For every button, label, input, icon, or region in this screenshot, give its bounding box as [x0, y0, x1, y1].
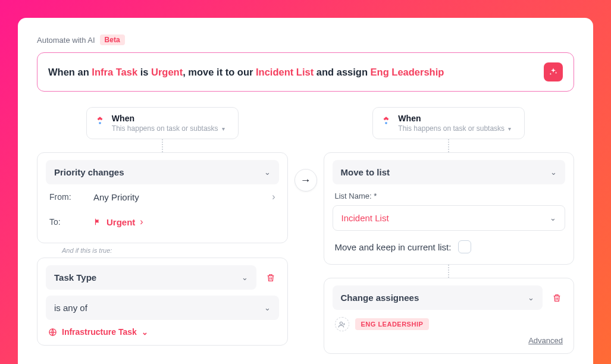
list-select[interactable]: Incident List ⌄ — [333, 205, 566, 231]
arrow-right-icon: → — [294, 169, 317, 192]
condition-operator-select[interactable]: is any of ⌄ — [46, 296, 279, 320]
condition-block: Task Type ⌄ is any of ⌄ Infrastr — [37, 258, 288, 346]
from-label: From: — [49, 192, 83, 202]
assignee-action-label: Change assignees — [341, 293, 419, 303]
condition-value-select[interactable]: Infrastructure Task ⌄ — [46, 320, 279, 337]
header-row: Automate with AI Beta — [37, 34, 574, 45]
move-to-list-block: Move to list ⌄ List Name: * Incident Lis… — [324, 152, 575, 265]
prompt-seg: , move it to our — [183, 67, 256, 77]
event-label: Priority changes — [54, 167, 124, 177]
condition-intro: And if this is true: — [37, 243, 288, 258]
svg-point-1 — [340, 322, 342, 324]
person-add-icon[interactable] — [335, 317, 349, 331]
trash-icon — [266, 273, 275, 283]
ai-prompt-input[interactable]: When an Infra Task is Urgent, move it to… — [37, 52, 574, 92]
keep-checkbox[interactable] — [458, 240, 471, 253]
when-subtitle: This happens on task or subtasks — [112, 124, 218, 133]
prompt-highlight: Urgent — [151, 67, 183, 77]
connector-line — [162, 139, 163, 152]
clickup-icon — [380, 115, 392, 127]
keep-label: Move and keep in current list: — [335, 242, 452, 252]
chevron-down-icon: ▾ — [222, 125, 225, 132]
chevron-down-icon: ⌄ — [528, 293, 534, 302]
to-value: Urgent › — [93, 216, 275, 227]
when-subtitle-row[interactable]: This happens on task or subtasks ▾ — [112, 124, 225, 133]
chevron-down-icon: ⌄ — [264, 303, 271, 312]
prompt-seg: and assign — [314, 67, 370, 77]
to-priority-row[interactable]: To: Urgent › — [46, 209, 279, 234]
assignee-pill[interactable]: ENG LEADERSHIP — [355, 318, 430, 330]
generate-button[interactable] — [544, 62, 563, 81]
chevron-right-icon: › — [140, 216, 143, 227]
flag-icon — [93, 218, 102, 226]
chevron-down-icon: ⌄ — [142, 328, 148, 337]
builder-columns: When This happens on task or subtasks ▾ … — [37, 107, 574, 354]
assignee-action-select[interactable]: Change assignees ⌄ — [333, 285, 543, 310]
prompt-seg: When an — [48, 67, 92, 77]
action-type-label: Move to list — [341, 167, 390, 177]
automation-builder-panel: Automate with AI Beta When an Infra Task… — [18, 18, 593, 364]
keep-in-list-row: Move and keep in current list: — [333, 231, 566, 256]
delete-condition-button[interactable] — [262, 269, 279, 286]
event-select[interactable]: Priority changes ⌄ — [46, 160, 279, 184]
clickup-icon — [94, 115, 106, 127]
trigger-when-card[interactable]: When This happens on task or subtasks ▾ — [86, 107, 239, 139]
chevron-right-icon: › — [272, 192, 275, 202]
connector-line — [448, 139, 449, 152]
list-name-label: List Name: * — [333, 184, 566, 205]
prompt-highlight: Incident List — [256, 67, 314, 77]
to-label: To: — [49, 217, 83, 227]
trigger-event-block: Priority changes ⌄ From: Any Priority › … — [37, 152, 288, 243]
trash-icon — [552, 293, 562, 303]
action-type-select[interactable]: Move to list ⌄ — [333, 160, 566, 184]
condition-value-text: Infrastructure Task — [62, 327, 137, 337]
prompt-text: When an Infra Task is Urgent, move it to… — [48, 67, 444, 78]
when-subtitle: This happens on task or subtasks — [398, 124, 505, 133]
condition-field-select[interactable]: Task Type ⌄ — [46, 265, 256, 290]
when-title: When — [398, 114, 511, 123]
condition-field-label: Task Type — [54, 272, 96, 283]
chevron-down-icon: ⌄ — [550, 168, 557, 177]
action-column: When This happens on task or subtasks ▾ … — [324, 107, 575, 354]
prompt-highlight: Eng Leadership — [371, 67, 444, 77]
assignee-value-row[interactable]: ENG LEADERSHIP — [333, 310, 566, 332]
connector-line — [448, 265, 449, 278]
advanced-link[interactable]: Advanced — [333, 332, 566, 345]
when-subtitle-row[interactable]: This happens on task or subtasks ▾ — [398, 124, 511, 133]
condition-operator-label: is any of — [54, 303, 87, 313]
sparkle-icon — [549, 67, 558, 77]
chevron-down-icon: ⌄ — [242, 273, 248, 282]
when-text-block: When This happens on task or subtasks ▾ — [112, 114, 225, 133]
chevron-down-icon: ⌄ — [264, 168, 271, 177]
prompt-seg: is — [137, 67, 151, 77]
trigger-column: When This happens on task or subtasks ▾ … — [37, 107, 288, 354]
list-value: Incident List — [341, 213, 389, 223]
from-priority-row[interactable]: From: Any Priority › — [46, 184, 279, 209]
chevron-down-icon: ▾ — [508, 125, 511, 132]
when-title: When — [112, 114, 225, 123]
change-assignees-block: Change assignees ⌄ ENG LEADERSHIP Advanc… — [324, 278, 575, 354]
beta-badge: Beta — [100, 34, 125, 45]
chevron-down-icon: ⌄ — [550, 214, 556, 222]
column-divider: → — [288, 107, 324, 354]
delete-action-button[interactable] — [549, 290, 565, 306]
when-text-block: When This happens on task or subtasks ▾ — [398, 114, 511, 133]
header-label: Automate with AI — [37, 36, 95, 45]
action-when-card[interactable]: When This happens on task or subtasks ▾ — [372, 107, 525, 139]
to-value-text: Urgent — [106, 217, 135, 227]
from-value: Any Priority — [93, 192, 261, 202]
prompt-highlight: Infra Task — [92, 67, 137, 77]
globe-icon — [48, 328, 57, 337]
